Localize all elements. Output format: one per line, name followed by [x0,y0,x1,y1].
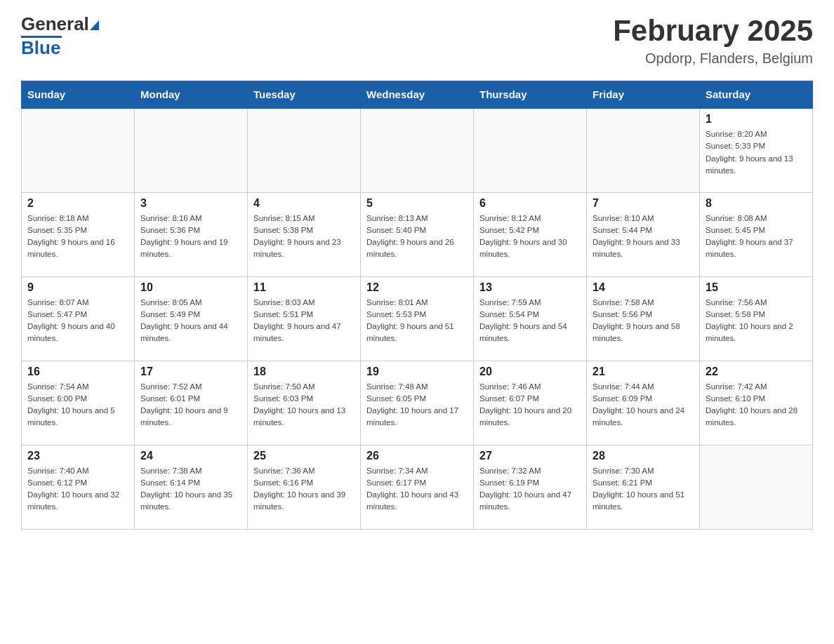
day-info: Sunrise: 7:40 AM Sunset: 6:12 PM Dayligh… [27,465,128,514]
calendar-day: 24Sunrise: 7:38 AM Sunset: 6:14 PM Dayli… [135,445,248,529]
day-info: Sunrise: 7:58 AM Sunset: 5:56 PM Dayligh… [593,297,694,345]
logo-blue: Blue [21,38,60,58]
day-number: 1 [706,113,807,126]
column-header-sunday: Sunday [22,81,135,109]
calendar-day: 15Sunrise: 7:56 AM Sunset: 5:58 PM Dayli… [700,276,813,361]
month-title: February 2025 [613,14,813,48]
calendar-day: 26Sunrise: 7:34 AM Sunset: 6:17 PM Dayli… [361,445,474,529]
calendar-day: 5Sunrise: 8:13 AM Sunset: 5:40 PM Daylig… [361,192,474,276]
calendar-day: 22Sunrise: 7:42 AM Sunset: 6:10 PM Dayli… [700,361,813,445]
calendar-day: 13Sunrise: 7:59 AM Sunset: 5:54 PM Dayli… [474,276,587,361]
column-header-thursday: Thursday [474,81,587,109]
day-info: Sunrise: 8:08 AM Sunset: 5:45 PM Dayligh… [706,213,807,261]
day-number: 21 [593,365,694,378]
calendar-day [474,108,587,192]
day-number: 19 [366,365,468,378]
day-info: Sunrise: 7:36 AM Sunset: 6:16 PM Dayligh… [253,465,355,514]
calendar-day: 11Sunrise: 8:03 AM Sunset: 5:51 PM Dayli… [248,276,361,361]
day-number: 8 [706,197,807,210]
calendar-day: 6Sunrise: 8:12 AM Sunset: 5:42 PM Daylig… [474,192,587,276]
day-info: Sunrise: 7:42 AM Sunset: 6:10 PM Dayligh… [706,381,807,429]
calendar-day: 9Sunrise: 8:07 AM Sunset: 5:47 PM Daylig… [22,276,135,361]
calendar-table: SundayMondayTuesdayWednesdayThursdayFrid… [21,81,813,530]
calendar-day [135,108,248,192]
calendar-day [700,445,813,529]
calendar-day: 8Sunrise: 8:08 AM Sunset: 5:45 PM Daylig… [700,192,813,276]
location-subtitle: Opdorp, Flanders, Belgium [613,51,813,67]
day-number: 15 [706,281,807,294]
calendar-day [587,108,700,192]
calendar-header-row: SundayMondayTuesdayWednesdayThursdayFrid… [22,81,813,109]
calendar-day: 19Sunrise: 7:48 AM Sunset: 6:05 PM Dayli… [361,361,474,445]
day-info: Sunrise: 8:12 AM Sunset: 5:42 PM Dayligh… [479,213,581,261]
day-number: 14 [593,281,694,294]
day-number: 23 [27,450,128,462]
logo-general: General [21,13,89,34]
calendar-day: 28Sunrise: 7:30 AM Sunset: 6:21 PM Dayli… [587,445,700,529]
day-info: Sunrise: 8:10 AM Sunset: 5:44 PM Dayligh… [593,213,694,261]
day-info: Sunrise: 8:15 AM Sunset: 5:38 PM Dayligh… [253,213,355,261]
calendar-day [22,108,135,192]
logo-triangle [90,20,99,30]
day-number: 2 [27,197,128,210]
column-header-saturday: Saturday [700,81,813,109]
day-number: 10 [140,281,241,294]
calendar-day [361,108,474,192]
calendar-day: 4Sunrise: 8:15 AM Sunset: 5:38 PM Daylig… [248,192,361,276]
day-number: 12 [366,281,468,294]
day-info: Sunrise: 7:52 AM Sunset: 6:01 PM Dayligh… [140,381,241,429]
calendar-day: 18Sunrise: 7:50 AM Sunset: 6:03 PM Dayli… [248,361,361,445]
day-info: Sunrise: 8:03 AM Sunset: 5:51 PM Dayligh… [253,297,355,345]
day-number: 11 [253,281,355,294]
calendar-day: 7Sunrise: 8:10 AM Sunset: 5:44 PM Daylig… [587,192,700,276]
day-number: 16 [27,365,128,378]
day-number: 28 [593,450,694,462]
day-number: 26 [366,450,468,462]
day-info: Sunrise: 7:38 AM Sunset: 6:14 PM Dayligh… [140,465,241,514]
logo: General Blue [21,14,99,58]
calendar-day: 21Sunrise: 7:44 AM Sunset: 6:09 PM Dayli… [587,361,700,445]
day-info: Sunrise: 7:54 AM Sunset: 6:00 PM Dayligh… [27,381,128,429]
calendar-day: 2Sunrise: 8:18 AM Sunset: 5:35 PM Daylig… [22,192,135,276]
calendar-week-2: 2Sunrise: 8:18 AM Sunset: 5:35 PM Daylig… [22,192,813,276]
calendar-day: 16Sunrise: 7:54 AM Sunset: 6:00 PM Dayli… [22,361,135,445]
calendar-day: 23Sunrise: 7:40 AM Sunset: 6:12 PM Dayli… [22,445,135,529]
day-number: 20 [479,365,581,378]
day-number: 18 [253,365,355,378]
day-info: Sunrise: 7:32 AM Sunset: 6:19 PM Dayligh… [479,465,581,514]
day-info: Sunrise: 8:20 AM Sunset: 5:33 PM Dayligh… [706,128,807,177]
day-number: 13 [479,281,581,294]
page-header: General Blue February 2025 Opdorp, Fland… [21,14,813,67]
calendar-week-3: 9Sunrise: 8:07 AM Sunset: 5:47 PM Daylig… [22,276,813,361]
day-info: Sunrise: 7:34 AM Sunset: 6:17 PM Dayligh… [366,465,468,514]
calendar-week-5: 23Sunrise: 7:40 AM Sunset: 6:12 PM Dayli… [22,445,813,529]
day-info: Sunrise: 8:13 AM Sunset: 5:40 PM Dayligh… [366,213,468,261]
calendar-day: 25Sunrise: 7:36 AM Sunset: 6:16 PM Dayli… [248,445,361,529]
calendar-day: 17Sunrise: 7:52 AM Sunset: 6:01 PM Dayli… [135,361,248,445]
calendar-day: 10Sunrise: 8:05 AM Sunset: 5:49 PM Dayli… [135,276,248,361]
calendar-week-4: 16Sunrise: 7:54 AM Sunset: 6:00 PM Dayli… [22,361,813,445]
day-info: Sunrise: 7:48 AM Sunset: 6:05 PM Dayligh… [366,381,468,429]
day-info: Sunrise: 7:30 AM Sunset: 6:21 PM Dayligh… [593,465,694,514]
column-header-wednesday: Wednesday [361,81,474,109]
day-number: 24 [140,450,241,462]
day-info: Sunrise: 7:46 AM Sunset: 6:07 PM Dayligh… [479,381,581,429]
calendar-day: 14Sunrise: 7:58 AM Sunset: 5:56 PM Dayli… [587,276,700,361]
day-info: Sunrise: 7:50 AM Sunset: 6:03 PM Dayligh… [253,381,355,429]
day-number: 17 [140,365,241,378]
day-number: 25 [253,450,355,462]
day-number: 6 [479,197,581,210]
day-number: 22 [706,365,807,378]
day-number: 7 [593,197,694,210]
calendar-day: 20Sunrise: 7:46 AM Sunset: 6:07 PM Dayli… [474,361,587,445]
day-info: Sunrise: 7:56 AM Sunset: 5:58 PM Dayligh… [706,297,807,345]
column-header-friday: Friday [587,81,700,109]
calendar-day [248,108,361,192]
calendar-day: 27Sunrise: 7:32 AM Sunset: 6:19 PM Dayli… [474,445,587,529]
day-info: Sunrise: 8:18 AM Sunset: 5:35 PM Dayligh… [27,213,128,261]
day-info: Sunrise: 8:07 AM Sunset: 5:47 PM Dayligh… [27,297,128,345]
calendar-week-1: 1Sunrise: 8:20 AM Sunset: 5:33 PM Daylig… [22,108,813,192]
calendar-day: 1Sunrise: 8:20 AM Sunset: 5:33 PM Daylig… [700,108,813,192]
day-info: Sunrise: 7:44 AM Sunset: 6:09 PM Dayligh… [593,381,694,429]
day-number: 3 [140,197,241,210]
